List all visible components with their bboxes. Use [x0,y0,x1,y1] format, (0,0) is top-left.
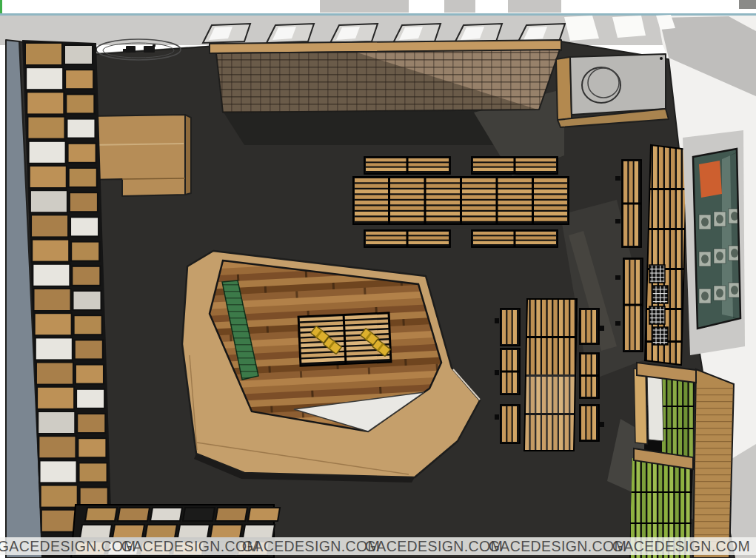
mesh-chair [652,286,668,303]
oval-glyph-left [126,46,136,53]
watermark-text: GACEDESIGN.COM [0,538,136,554]
table-group-vertical [495,299,604,451]
mesh-chair [649,265,665,283]
light-patch [612,16,646,38]
watermark-text: GACEDESIGN.COM [612,538,751,554]
poster-logo-square [699,161,722,198]
green-shelf-unit [629,363,735,558]
watermark-text: GACEDESIGN.COM [121,538,260,554]
section-plane-line [0,13,756,16]
watermark-bar: GACEDESIGN.COM GACEDESIGN.COM GACEDESIGN… [0,537,756,555]
mesh-chair [652,327,668,345]
oval-glyph-right [144,46,155,53]
canopy-panel [210,40,561,112]
mesh-chair [649,306,665,324]
interior-render: GACEDESIGN.COM GACEDESIGN.COM GACEDESIGN… [0,0,756,558]
watermark-text: GACEDESIGN.COM [489,538,627,554]
menu-poster [693,149,740,329]
watermark-text: GACEDESIGN.COM [365,538,504,554]
watermark-text: GACEDESIGN.COM [242,538,381,554]
render-viewport: GACEDESIGN.COM GACEDESIGN.COM GACEDESIGN… [0,0,756,558]
corner-shade [739,0,756,9]
shelf-side-panel [693,369,734,558]
counter-top [570,54,666,115]
